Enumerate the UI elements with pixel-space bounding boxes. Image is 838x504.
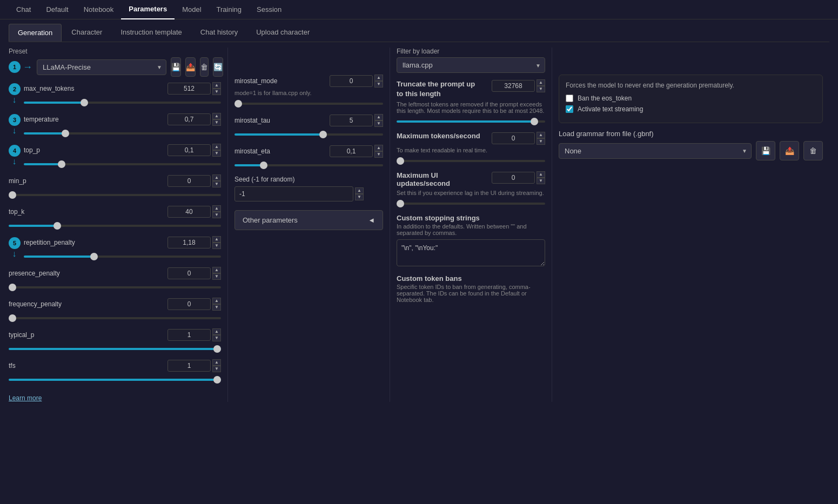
param-down-typical-p[interactable]: ▼ bbox=[212, 335, 221, 341]
param-input-tfs[interactable] bbox=[167, 360, 211, 372]
slider-max-new-tokens[interactable] bbox=[24, 102, 221, 104]
truncate-down[interactable]: ▼ bbox=[537, 86, 545, 92]
param-down-mirostat-eta[interactable]: ▼ bbox=[374, 151, 383, 158]
param-name-max-new-tokens: max_new_tokens bbox=[24, 85, 74, 92]
slider-mirostat-eta[interactable] bbox=[234, 164, 383, 166]
param-up-repetition-penalty[interactable]: ▲ bbox=[212, 236, 221, 243]
tab-upload-character[interactable]: Upload character bbox=[247, 24, 318, 42]
param-input-mirostat-eta[interactable] bbox=[330, 145, 373, 157]
param-input-temperature[interactable] bbox=[167, 113, 211, 125]
param-up-max-new-tokens[interactable]: ▲ bbox=[212, 82, 221, 89]
param-input-mirostat-tau[interactable] bbox=[330, 115, 373, 126]
param-input-max-new-tokens[interactable] bbox=[167, 83, 211, 95]
param-down-presence-penalty[interactable]: ▼ bbox=[212, 273, 221, 280]
param-up-tfs[interactable]: ▲ bbox=[212, 359, 221, 366]
slider-tfs[interactable] bbox=[9, 379, 221, 381]
seed-up[interactable]: ▲ bbox=[355, 187, 364, 194]
param-down-mirostat-tau[interactable]: ▼ bbox=[374, 120, 383, 127]
nav-item-training[interactable]: Training bbox=[209, 0, 249, 19]
nav-item-default[interactable]: Default bbox=[38, 0, 76, 19]
slider-mirostat-mode[interactable] bbox=[234, 103, 383, 105]
param-input-frequency-penalty[interactable] bbox=[167, 298, 211, 310]
grammar-upload-btn[interactable]: 📤 bbox=[780, 141, 799, 160]
tab-chat-history[interactable]: Chat history bbox=[192, 24, 246, 42]
param-up-typical-p[interactable]: ▲ bbox=[212, 328, 221, 335]
param-input-presence-penalty[interactable] bbox=[167, 267, 211, 279]
param-input-top-p[interactable] bbox=[167, 144, 211, 156]
param-input-typical-p[interactable] bbox=[167, 329, 211, 341]
learn-more-link[interactable]: Learn more bbox=[9, 394, 42, 402]
param-up-temperature[interactable]: ▲ bbox=[212, 113, 221, 119]
truncate-up[interactable]: ▲ bbox=[537, 79, 545, 86]
tab-instruction-template[interactable]: Instruction template bbox=[112, 24, 190, 42]
step-arrow-4: → bbox=[10, 158, 19, 166]
param-down-repetition-penalty[interactable]: ▼ bbox=[212, 243, 221, 249]
preset-delete-btn[interactable]: 🗑 bbox=[200, 57, 209, 77]
param-input-mirostat-mode[interactable] bbox=[330, 75, 373, 87]
nav-item-model[interactable]: Model bbox=[175, 0, 209, 19]
nav-item-session[interactable]: Session bbox=[249, 0, 289, 19]
param-down-top-k[interactable]: ▼ bbox=[212, 212, 221, 218]
grammar-delete-btn[interactable]: 🗑 bbox=[803, 141, 823, 160]
param-up-mirostat-tau[interactable]: ▲ bbox=[374, 114, 383, 120]
grammar-save-btn[interactable]: 💾 bbox=[756, 141, 775, 160]
param-up-presence-penalty[interactable]: ▲ bbox=[212, 267, 221, 273]
param-up-top-p[interactable]: ▲ bbox=[212, 144, 221, 150]
max-ui-updates-up[interactable]: ▲ bbox=[537, 171, 545, 178]
ban-eos-token-checkbox[interactable] bbox=[566, 95, 573, 102]
preset-label: Preset bbox=[9, 48, 221, 55]
slider-typical-p[interactable] bbox=[9, 348, 221, 350]
max-ui-updates-down[interactable]: ▼ bbox=[537, 178, 545, 184]
slider-presence-penalty[interactable] bbox=[9, 286, 221, 288]
truncate-input[interactable] bbox=[492, 80, 535, 92]
slider-top-p[interactable] bbox=[24, 163, 221, 165]
param-down-tfs[interactable]: ▼ bbox=[212, 366, 221, 372]
seed-down[interactable]: ▼ bbox=[355, 194, 364, 200]
max-ui-updates-title: Maximum UI updates/second bbox=[397, 171, 483, 187]
activate-streaming-checkbox[interactable] bbox=[566, 105, 573, 113]
param-down-top-p[interactable]: ▼ bbox=[212, 150, 221, 157]
max-tokens-sec-up[interactable]: ▲ bbox=[537, 132, 545, 138]
grammar-select[interactable]: None bbox=[559, 143, 752, 159]
param-up-mirostat-eta[interactable]: ▲ bbox=[374, 145, 383, 151]
nav-item-chat[interactable]: Chat bbox=[9, 0, 38, 19]
param-up-top-k[interactable]: ▲ bbox=[212, 205, 221, 212]
tab-generation[interactable]: Generation bbox=[9, 24, 62, 42]
param-input-repetition-penalty[interactable] bbox=[167, 237, 211, 248]
slider-frequency-penalty[interactable] bbox=[9, 317, 221, 319]
max-tokens-sec-down[interactable]: ▼ bbox=[537, 138, 545, 145]
preset-reload-btn[interactable]: 🔄 bbox=[213, 57, 223, 77]
step-badge-3: 3 bbox=[9, 114, 21, 126]
slider-truncate[interactable] bbox=[397, 120, 545, 123]
param-down-min-p[interactable]: ▼ bbox=[212, 181, 221, 187]
param-down-temperature[interactable]: ▼ bbox=[212, 119, 221, 126]
param-down-mirostat-mode[interactable]: ▼ bbox=[374, 81, 383, 88]
max-tokens-sec-input[interactable] bbox=[492, 132, 535, 144]
slider-top-k[interactable] bbox=[9, 225, 221, 227]
param-up-mirostat-mode[interactable]: ▲ bbox=[374, 75, 383, 81]
nav-item-parameters[interactable]: Parameters bbox=[121, 0, 175, 19]
preset-select[interactable]: LLaMA-Precise bbox=[37, 59, 166, 75]
tab-character[interactable]: Character bbox=[63, 24, 111, 42]
param-down-frequency-penalty[interactable]: ▼ bbox=[212, 304, 221, 311]
custom-stopping-desc: In addition to the defaults. Written bet… bbox=[397, 223, 545, 236]
slider-max-tokens-sec[interactable] bbox=[397, 160, 545, 162]
seed-input[interactable] bbox=[234, 186, 353, 201]
param-input-min-p[interactable] bbox=[167, 175, 211, 187]
param-input-top-k[interactable] bbox=[167, 206, 211, 218]
param-down-max-new-tokens[interactable]: ▼ bbox=[212, 89, 221, 95]
slider-temperature[interactable] bbox=[24, 132, 221, 135]
param-up-frequency-penalty[interactable]: ▲ bbox=[212, 298, 221, 304]
slider-max-ui-updates[interactable] bbox=[397, 203, 545, 205]
slider-min-p[interactable] bbox=[9, 194, 221, 196]
slider-mirostat-tau[interactable] bbox=[234, 133, 383, 136]
filter-select[interactable]: llama.cpp bbox=[397, 57, 545, 73]
other-params-toggle[interactable]: Other parameters ◄ bbox=[234, 210, 383, 230]
preset-upload-btn[interactable]: 📤 bbox=[185, 57, 196, 77]
preset-save-btn[interactable]: 💾 bbox=[171, 57, 181, 77]
max-ui-updates-input[interactable] bbox=[492, 172, 535, 184]
nav-item-notebook[interactable]: Notebook bbox=[76, 0, 122, 19]
custom-stopping-input[interactable]: "\n", "\nYou:" bbox=[397, 239, 545, 266]
param-up-min-p[interactable]: ▲ bbox=[212, 174, 221, 181]
slider-repetition-penalty[interactable] bbox=[24, 256, 221, 258]
